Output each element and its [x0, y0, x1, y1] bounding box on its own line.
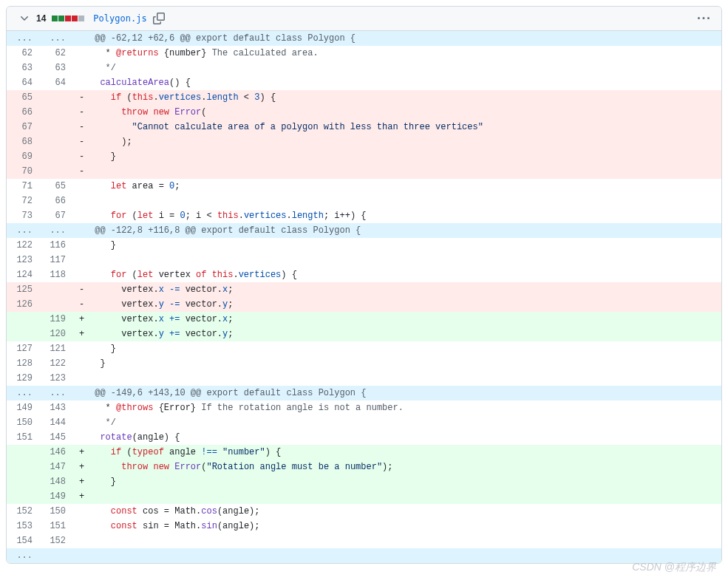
old-line-number[interactable]: 149 — [7, 400, 40, 415]
new-line-number[interactable]: 117 — [40, 253, 73, 267]
code-cell[interactable]: } — [73, 238, 721, 253]
code-cell[interactable]: + vertex.x += vector.x; — [73, 312, 721, 327]
expand-icon[interactable]: ... — [7, 548, 40, 563]
expand-icon[interactable]: ... — [40, 31, 73, 46]
collapse-chevron-icon[interactable] — [18, 13, 30, 24]
old-line-number[interactable]: 153 — [7, 519, 40, 533]
new-line-number[interactable] — [40, 282, 73, 297]
old-line-number[interactable] — [7, 460, 40, 474]
code-cell[interactable]: */ — [73, 415, 721, 430]
old-line-number[interactable]: 65 — [7, 90, 40, 105]
code-cell[interactable] — [73, 194, 721, 208]
old-line-number[interactable]: 151 — [7, 430, 40, 445]
old-line-number[interactable]: 69 — [7, 149, 40, 164]
old-line-number[interactable]: 63 — [7, 61, 40, 75]
new-line-number[interactable] — [40, 90, 73, 105]
new-line-number[interactable]: 146 — [40, 445, 73, 460]
old-line-number[interactable] — [7, 489, 40, 504]
kebab-menu-icon[interactable] — [698, 13, 710, 24]
code-cell[interactable]: - } — [73, 149, 721, 164]
code-cell[interactable]: */ — [73, 61, 721, 75]
old-line-number[interactable]: 71 — [7, 179, 40, 194]
old-line-number[interactable]: 127 — [7, 341, 40, 356]
new-line-number[interactable]: 145 — [40, 430, 73, 445]
new-line-number[interactable] — [40, 120, 73, 134]
old-line-number[interactable]: 128 — [7, 356, 40, 371]
code-cell[interactable]: - if (this.vertices.length < 3) { — [73, 90, 721, 105]
code-cell[interactable] — [73, 533, 721, 548]
new-line-number[interactable]: 63 — [40, 61, 73, 75]
old-line-number[interactable]: 66 — [7, 105, 40, 120]
old-line-number[interactable]: 123 — [7, 253, 40, 267]
code-cell[interactable]: * @throws {Error} If the rotation angle … — [73, 400, 721, 415]
new-line-number[interactable] — [40, 105, 73, 120]
code-cell[interactable]: const sin = Math.sin(angle); — [73, 519, 721, 533]
old-line-number[interactable]: 64 — [7, 75, 40, 90]
new-line-number[interactable]: 119 — [40, 312, 73, 327]
old-line-number[interactable]: 73 — [7, 208, 40, 223]
expand-icon[interactable]: ... — [7, 386, 40, 400]
new-line-number[interactable]: 66 — [40, 194, 73, 208]
new-line-number[interactable]: 150 — [40, 504, 73, 519]
new-line-number[interactable]: 148 — [40, 474, 73, 489]
code-cell[interactable]: + — [73, 489, 721, 504]
file-name-link[interactable]: Polygon.js — [93, 13, 146, 24]
code-cell[interactable]: * @returns {number} The calculated area. — [73, 46, 721, 61]
new-line-number[interactable]: 120 — [40, 327, 73, 341]
code-cell[interactable]: for (let vertex of this.vertices) { — [73, 267, 721, 282]
code-cell[interactable]: calculateArea() { — [73, 75, 721, 90]
new-line-number[interactable] — [40, 297, 73, 312]
code-cell[interactable]: - — [73, 164, 721, 179]
old-line-number[interactable]: 68 — [7, 134, 40, 149]
old-line-number[interactable]: 67 — [7, 120, 40, 134]
new-line-number[interactable]: 144 — [40, 415, 73, 430]
new-line-number[interactable]: 149 — [40, 489, 73, 504]
code-cell[interactable]: } — [73, 341, 721, 356]
new-line-number[interactable] — [40, 164, 73, 179]
code-cell[interactable]: - throw new Error( — [73, 105, 721, 120]
code-cell[interactable]: - vertex.y -= vector.y; — [73, 297, 721, 312]
expand-icon[interactable] — [40, 548, 73, 563]
old-line-number[interactable] — [7, 445, 40, 460]
new-line-number[interactable]: 116 — [40, 238, 73, 253]
expand-icon[interactable]: ... — [7, 223, 40, 238]
new-line-number[interactable] — [40, 134, 73, 149]
code-cell[interactable]: } — [73, 356, 721, 371]
old-line-number[interactable]: 152 — [7, 504, 40, 519]
new-line-number[interactable]: 151 — [40, 519, 73, 533]
code-cell[interactable] — [73, 371, 721, 386]
old-line-number[interactable]: 124 — [7, 267, 40, 282]
code-cell[interactable]: let area = 0; — [73, 179, 721, 194]
old-line-number[interactable] — [7, 312, 40, 327]
expand-icon[interactable]: ... — [40, 386, 73, 400]
new-line-number[interactable]: 121 — [40, 341, 73, 356]
old-line-number[interactable]: 122 — [7, 238, 40, 253]
code-cell[interactable]: + vertex.y += vector.y; — [73, 327, 721, 341]
new-line-number[interactable]: 118 — [40, 267, 73, 282]
expand-icon[interactable]: ... — [40, 223, 73, 238]
old-line-number[interactable]: 72 — [7, 194, 40, 208]
new-line-number[interactable]: 152 — [40, 533, 73, 548]
copy-path-icon[interactable] — [153, 13, 165, 24]
expand-icon[interactable]: ... — [7, 31, 40, 46]
old-line-number[interactable] — [7, 474, 40, 489]
old-line-number[interactable] — [7, 327, 40, 341]
old-line-number[interactable]: 126 — [7, 297, 40, 312]
old-line-number[interactable]: 70 — [7, 164, 40, 179]
old-line-number[interactable]: 129 — [7, 371, 40, 386]
new-line-number[interactable]: 122 — [40, 356, 73, 371]
new-line-number[interactable]: 65 — [40, 179, 73, 194]
code-cell[interactable]: - ); — [73, 134, 721, 149]
new-line-number[interactable] — [40, 149, 73, 164]
code-cell[interactable] — [73, 253, 721, 267]
new-line-number[interactable]: 62 — [40, 46, 73, 61]
code-cell[interactable]: const cos = Math.cos(angle); — [73, 504, 721, 519]
code-cell[interactable]: + } — [73, 474, 721, 489]
code-cell[interactable]: - vertex.x -= vector.x; — [73, 282, 721, 297]
new-line-number[interactable]: 143 — [40, 400, 73, 415]
new-line-number[interactable]: 67 — [40, 208, 73, 223]
code-cell[interactable]: rotate(angle) { — [73, 430, 721, 445]
code-cell[interactable]: for (let i = 0; i < this.vertices.length… — [73, 208, 721, 223]
old-line-number[interactable]: 154 — [7, 533, 40, 548]
code-cell[interactable]: + throw new Error("Rotation angle must b… — [73, 460, 721, 474]
